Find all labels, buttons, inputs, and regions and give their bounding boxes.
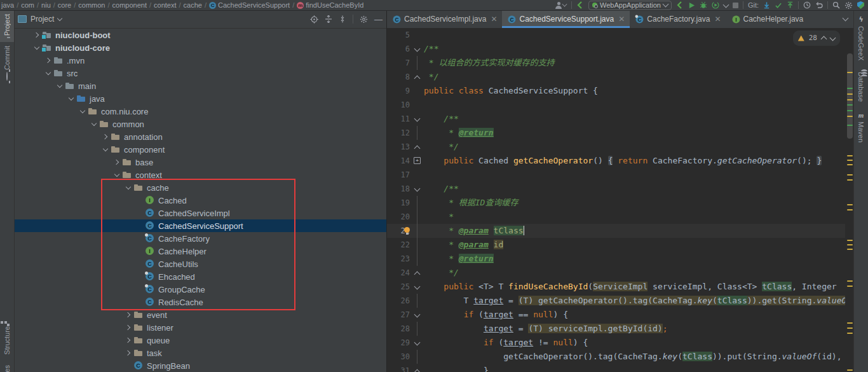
fold-marker-icon[interactable] xyxy=(414,146,421,152)
vcs-stripe-mark[interactable] xyxy=(847,110,853,111)
tree-item-com-niu-core[interactable]: com.niu.core xyxy=(14,105,386,118)
warning-stripe-mark[interactable] xyxy=(847,280,853,282)
next-warning-button[interactable] xyxy=(830,34,836,41)
code-line[interactable]: 21 * @param tClass xyxy=(387,224,845,238)
warning-stripe-mark[interactable] xyxy=(847,369,853,371)
run-button[interactable] xyxy=(688,2,695,9)
tree-chevron-icon[interactable] xyxy=(89,119,99,129)
code-editor[interactable]: 28 56/**7 * 以组合的方式实现对缓存的支持8 */9public cl… xyxy=(387,28,854,372)
code-line[interactable]: 5 xyxy=(387,28,845,42)
warning-stripe-mark[interactable] xyxy=(847,72,853,73)
breadcrumb-item[interactable]: cache xyxy=(184,1,202,9)
breadcrumb-item[interactable]: niu xyxy=(41,1,51,9)
search-button[interactable] xyxy=(832,1,840,9)
warning-stripe-mark[interactable] xyxy=(847,322,853,324)
warning-stripe-mark[interactable] xyxy=(847,249,853,250)
fold-marker-icon[interactable] xyxy=(414,312,421,318)
tree-item--mvn[interactable]: .mvn xyxy=(14,54,386,67)
code-line[interactable]: 6/** xyxy=(387,42,845,56)
warning-stripe-mark[interactable] xyxy=(847,209,853,210)
warning-stripe-mark[interactable] xyxy=(847,333,853,334)
history-button[interactable] xyxy=(803,1,811,9)
project-panel-title[interactable]: Project xyxy=(31,15,54,24)
tool-stripe-commit[interactable]: Commit xyxy=(0,42,14,84)
vcs-stripe-mark[interactable] xyxy=(847,125,853,126)
breadcrumb-item[interactable]: mfindUseCacheById xyxy=(297,1,363,9)
code-line[interactable]: 7 * 以组合的方式实现对缓存的支持 xyxy=(387,56,845,70)
tree-chevron-icon[interactable] xyxy=(78,106,88,116)
tree-item-cachefactory[interactable]: CCacheFactory xyxy=(14,232,386,245)
fold-marker-icon[interactable] xyxy=(414,46,421,52)
tool-stripe-ites[interactable]: ites xyxy=(0,359,14,372)
shield-button[interactable] xyxy=(857,1,864,9)
code-line[interactable]: 20 * xyxy=(387,210,845,224)
tree-chevron-icon[interactable] xyxy=(32,30,42,40)
fold-marker-icon[interactable]: + xyxy=(414,157,421,164)
tree-chevron-icon[interactable] xyxy=(100,144,111,155)
tree-chevron-icon[interactable] xyxy=(123,322,133,333)
editor-tab[interactable]: CCacheFactory.java✕ xyxy=(630,10,726,28)
breadcrumb-item[interactable]: CCachedServiceSupport xyxy=(209,1,290,9)
warning-stripe-mark[interactable] xyxy=(847,93,853,95)
editor-tab[interactable]: CCachedServiceImpl.java✕ xyxy=(387,10,502,28)
tree-item-cache[interactable]: cache xyxy=(14,181,386,194)
tree-chevron-icon[interactable] xyxy=(100,132,111,142)
tree-item-task[interactable]: task xyxy=(14,347,386,359)
back-button[interactable] xyxy=(576,1,584,9)
code-line[interactable]: 8 */ xyxy=(387,70,845,84)
intention-bulb-icon[interactable] xyxy=(404,227,410,233)
tree-item-cached[interactable]: ICached xyxy=(14,194,386,207)
vcs-stripe-mark[interactable] xyxy=(847,104,853,106)
commit-button[interactable] xyxy=(775,2,782,9)
breadcrumb-item[interactable]: java xyxy=(1,1,14,9)
tree-item-springbean[interactable]: CSpringBean xyxy=(14,359,386,372)
panel-settings-button[interactable] xyxy=(360,15,368,24)
tree-chevron-icon[interactable] xyxy=(43,55,53,65)
tree-item-src[interactable]: src xyxy=(14,67,386,79)
hidden-tabs-button[interactable] xyxy=(837,10,854,28)
tree-item-cacheutils[interactable]: CCacheUtils xyxy=(14,258,386,270)
warning-stripe-mark[interactable] xyxy=(847,116,853,117)
warning-stripe-mark[interactable] xyxy=(847,99,853,100)
code-line[interactable]: 9public class CachedServiceSupport { xyxy=(387,84,845,98)
fold-marker-icon[interactable] xyxy=(414,340,421,346)
close-tab-icon[interactable]: ✕ xyxy=(491,15,497,23)
close-tab-icon[interactable]: ✕ xyxy=(618,15,625,23)
tree-chevron-icon[interactable] xyxy=(112,157,122,167)
code-line[interactable]: 17 xyxy=(387,168,845,182)
tool-stripe-maven[interactable]: mMaven xyxy=(857,111,865,142)
code-line[interactable]: 23 * @return xyxy=(387,252,845,266)
code-line[interactable]: 18 /** xyxy=(387,182,845,196)
tree-item-event[interactable]: event xyxy=(14,308,386,321)
tree-item-ehcached[interactable]: CEhcached xyxy=(14,270,386,283)
tree-chevron-icon[interactable] xyxy=(43,68,53,78)
fold-marker-icon[interactable] xyxy=(414,272,421,278)
code-line[interactable]: 11 /** xyxy=(387,112,845,126)
tree-item-queue[interactable]: queue xyxy=(14,334,386,347)
tree-item-listener[interactable]: listener xyxy=(14,321,386,334)
code-line[interactable]: 14+ public Cached getCacheOperator() { r… xyxy=(387,154,845,168)
warning-stripe-mark[interactable] xyxy=(847,286,853,287)
tree-chevron-icon[interactable] xyxy=(123,183,133,193)
tool-stripe-structure[interactable]: Structure xyxy=(0,320,14,359)
warning-stripe-mark[interactable] xyxy=(847,160,853,161)
back-button[interactable] xyxy=(676,1,684,9)
warning-stripe-mark[interactable] xyxy=(847,174,853,176)
tree-chevron-icon[interactable] xyxy=(32,43,42,53)
tree-chevron-icon[interactable] xyxy=(55,81,65,91)
tree-item-cachehelper[interactable]: ICacheHelper xyxy=(14,245,386,258)
expand-all-button[interactable] xyxy=(325,15,332,23)
code-line[interactable]: 22 * @param id xyxy=(387,238,845,252)
previous-warning-button[interactable] xyxy=(821,36,827,43)
tree-item-annotation[interactable]: annotation xyxy=(14,130,386,143)
editor-tab[interactable]: ICacheHelper.java xyxy=(726,10,809,28)
code-line[interactable]: 13 */ xyxy=(387,140,845,154)
coverage-button[interactable] xyxy=(712,1,719,9)
stop-button[interactable] xyxy=(733,3,738,8)
vcs-stripe-mark[interactable] xyxy=(847,88,853,89)
breadcrumb-item[interactable]: context xyxy=(154,1,176,9)
update-button[interactable] xyxy=(763,1,770,9)
warning-stripe-mark[interactable] xyxy=(847,327,853,329)
code-line[interactable]: 27 if (target == null) { xyxy=(387,308,845,322)
code-line[interactable]: 29 if (target != null) { xyxy=(387,336,845,350)
